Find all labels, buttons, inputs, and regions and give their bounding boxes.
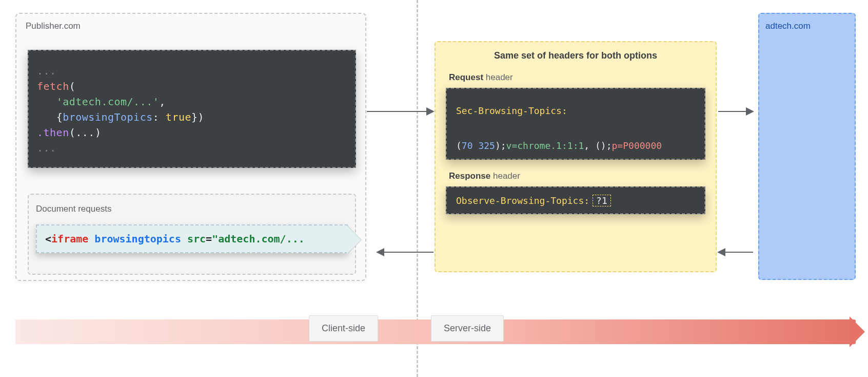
- code-ellipsis: ...: [37, 65, 56, 77]
- client-side-label: Client-side: [309, 315, 378, 342]
- publisher-title: Publisher.com: [26, 21, 81, 31]
- code-thenargs: (...): [69, 126, 102, 139]
- publisher-panel: Publisher.com ... fetch( 'adtech.com/...…: [15, 13, 366, 281]
- resp-val: ?1: [593, 195, 611, 206]
- headers-panel: Same set of headers for both options Req…: [435, 41, 717, 272]
- server-side-label: Server-side: [431, 315, 504, 342]
- headers-title: Same set of headers for both options: [436, 50, 716, 61]
- arrow-adtech-to-headers: [718, 252, 753, 253]
- iframe-tag-block: <iframe browsingtopics src="adtech.com/.…: [36, 224, 348, 253]
- code-comma: ,: [159, 96, 166, 108]
- tag-srcval: "adtech.com/...: [212, 233, 305, 245]
- arrow-headers-to-publisher: [377, 252, 433, 253]
- response-header-label: Response header: [449, 171, 716, 181]
- document-requests-title: Document requests: [29, 195, 355, 214]
- tag-lt: <: [45, 233, 51, 245]
- code-open: (: [69, 80, 76, 92]
- tag-name: iframe: [51, 233, 88, 245]
- document-requests-panel: Document requests <iframe browsingtopics…: [28, 194, 356, 275]
- fetch-code-block: ... fetch( 'adtech.com/...', {browsingTo…: [28, 50, 356, 168]
- tag-eq: =: [206, 233, 212, 245]
- response-header-block: Observe-Browsing-Topics:?1: [446, 186, 705, 214]
- code-colon: :: [153, 111, 166, 123]
- code-close: ): [198, 111, 205, 123]
- code-optclose: }: [191, 111, 198, 123]
- request-header-block: Sec-Browsing-Topics: (70 325);v=chrome.1…: [446, 88, 705, 160]
- code-optval: true: [166, 111, 191, 123]
- code-url: 'adtech.com/...': [56, 96, 160, 108]
- code-optkey: browsingTopics: [63, 111, 153, 123]
- adtech-title: adtech.com: [759, 14, 855, 39]
- adtech-panel: adtech.com: [758, 13, 856, 280]
- code-then: .then: [37, 126, 69, 139]
- resp-name: Observe-Browsing-Topics:: [456, 195, 589, 206]
- request-header-label: Request header: [449, 72, 716, 83]
- arrow-headers-to-adtech: [718, 111, 753, 112]
- code-fetch: fetch: [37, 80, 69, 92]
- code-optopen: {: [56, 111, 63, 123]
- tag-src: src: [187, 233, 206, 245]
- arrow-publisher-to-headers: [367, 111, 433, 112]
- tag-attr: browsingtopics: [94, 233, 181, 245]
- code-ellipsis2: ...: [37, 142, 56, 154]
- req-name: Sec-Browsing-Topics:: [456, 105, 567, 116]
